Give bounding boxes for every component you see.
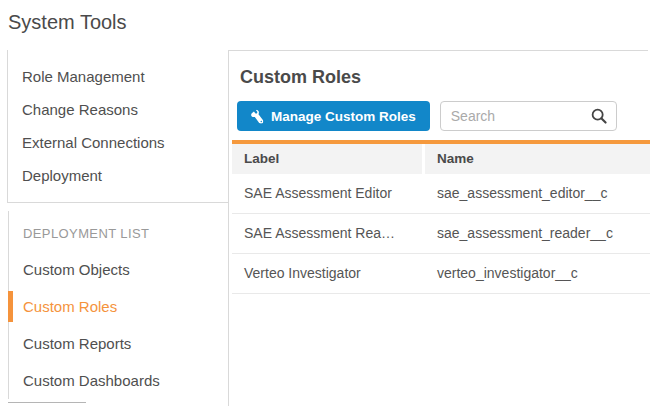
- sidebar-group-general: Role Management Change Reasons External …: [7, 50, 228, 203]
- sidebar-item-external-connections[interactable]: External Connections: [8, 126, 228, 159]
- sidebar-item-custom-roles[interactable]: Custom Roles: [9, 288, 228, 325]
- sidebar-item-deployment[interactable]: Deployment: [8, 159, 228, 192]
- manage-custom-roles-button[interactable]: Manage Custom Roles: [237, 101, 430, 131]
- main-panel: Custom Roles Manage Custom Roles: [230, 50, 650, 406]
- system-tools-page: System Tools Role Management Change Reas…: [0, 0, 656, 406]
- cell-label: Verteo Investigator: [232, 254, 425, 293]
- cell-label: SAE Assessment Editor: [232, 174, 425, 213]
- sidebar-group-header: DEPLOYMENT LIST: [9, 217, 228, 251]
- sidebar-bottom-edge: [8, 402, 86, 403]
- page-title: System Tools: [8, 11, 127, 34]
- wrench-icon: [251, 110, 264, 123]
- table-header-row: Label Name: [232, 144, 650, 174]
- table-row[interactable]: SAE Assessment Rea… sae_assessment_reade…: [232, 214, 650, 254]
- sidebar-item-custom-dashboards[interactable]: Custom Dashboards: [9, 362, 228, 399]
- magnifier-icon[interactable]: [590, 107, 608, 125]
- sidebar-item-custom-objects[interactable]: Custom Objects: [9, 251, 228, 288]
- table-row[interactable]: SAE Assessment Editor sae_assessment_edi…: [232, 174, 650, 214]
- cell-name: sae_assessment_reader__c: [425, 214, 650, 253]
- cell-name: verteo_investigator__c: [425, 254, 650, 293]
- sidebar-item-custom-reports[interactable]: Custom Reports: [9, 325, 228, 362]
- custom-roles-table: Label Name SAE Assessment Editor sae_ass…: [232, 144, 650, 294]
- sidebar: Role Management Change Reasons External …: [8, 50, 229, 406]
- table-row[interactable]: Verteo Investigator verteo_investigator_…: [232, 254, 650, 294]
- sidebar-item-change-reasons[interactable]: Change Reasons: [8, 93, 228, 126]
- cell-label: SAE Assessment Rea…: [232, 214, 425, 253]
- cell-name: sae_assessment_editor__c: [425, 174, 650, 213]
- manage-button-label: Manage Custom Roles: [271, 109, 416, 124]
- search-box: [440, 101, 617, 131]
- sidebar-group-deployment-list: DEPLOYMENT LIST Custom Objects Custom Ro…: [8, 211, 228, 399]
- sidebar-item-role-management[interactable]: Role Management: [8, 60, 228, 93]
- toolbar: Manage Custom Roles: [237, 101, 650, 131]
- sidebar-item-label: Custom Roles: [23, 298, 117, 315]
- panel-title: Custom Roles: [240, 67, 650, 88]
- column-header-label[interactable]: Label: [232, 144, 422, 174]
- selected-indicator-bar: [8, 291, 13, 322]
- column-header-name[interactable]: Name: [425, 144, 650, 174]
